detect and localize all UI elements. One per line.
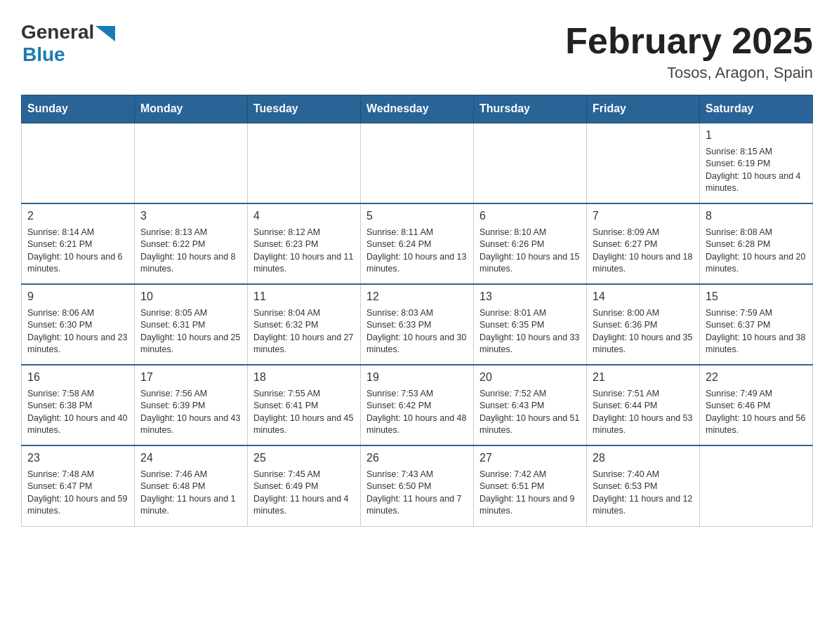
table-row: 25Sunrise: 7:45 AM Sunset: 6:49 PM Dayli… (248, 445, 361, 526)
day-number: 13 (479, 289, 581, 304)
day-number: 7 (593, 208, 694, 224)
table-row: 22Sunrise: 7:49 AM Sunset: 6:46 PM Dayli… (700, 365, 813, 445)
day-info: Sunrise: 8:05 AM Sunset: 6:31 PM Dayligh… (140, 307, 241, 356)
table-row: 6Sunrise: 8:10 AM Sunset: 6:26 PM Daylig… (474, 203, 587, 284)
day-number: 10 (140, 289, 241, 304)
table-row: 3Sunrise: 8:13 AM Sunset: 6:22 PM Daylig… (135, 203, 248, 284)
table-row (474, 123, 587, 203)
day-info: Sunrise: 8:12 AM Sunset: 6:23 PM Dayligh… (253, 227, 355, 276)
table-row: 2Sunrise: 8:14 AM Sunset: 6:21 PM Daylig… (22, 203, 135, 284)
table-row: 18Sunrise: 7:55 AM Sunset: 6:41 PM Dayli… (248, 365, 361, 445)
day-number: 11 (253, 289, 355, 304)
table-row: 17Sunrise: 7:56 AM Sunset: 6:39 PM Dayli… (135, 365, 248, 445)
day-number: 1 (706, 128, 807, 143)
table-row (22, 123, 135, 203)
day-info: Sunrise: 8:01 AM Sunset: 6:35 PM Dayligh… (479, 307, 581, 356)
table-row: 4Sunrise: 8:12 AM Sunset: 6:23 PM Daylig… (248, 203, 361, 284)
table-row: 16Sunrise: 7:58 AM Sunset: 6:38 PM Dayli… (22, 365, 135, 445)
day-info: Sunrise: 7:56 AM Sunset: 6:39 PM Dayligh… (140, 388, 241, 437)
day-number: 3 (140, 208, 241, 224)
day-info: Sunrise: 8:15 AM Sunset: 6:19 PM Dayligh… (706, 146, 807, 195)
day-info: Sunrise: 8:13 AM Sunset: 6:22 PM Dayligh… (140, 227, 241, 276)
table-row: 19Sunrise: 7:53 AM Sunset: 6:42 PM Dayli… (361, 365, 474, 445)
day-number: 6 (479, 208, 581, 224)
day-number: 4 (253, 208, 355, 224)
day-number: 12 (366, 289, 468, 304)
table-row: 21Sunrise: 7:51 AM Sunset: 6:44 PM Dayli… (587, 365, 700, 445)
table-row: 24Sunrise: 7:46 AM Sunset: 6:48 PM Dayli… (135, 445, 248, 526)
header-saturday: Saturday (700, 95, 813, 123)
day-info: Sunrise: 8:09 AM Sunset: 6:27 PM Dayligh… (593, 227, 694, 276)
day-number: 27 (479, 450, 581, 466)
day-number: 18 (253, 370, 355, 385)
logo-general-text: General (21, 21, 94, 43)
day-number: 25 (253, 450, 355, 466)
header-friday: Friday (587, 95, 700, 123)
table-row: 10Sunrise: 8:05 AM Sunset: 6:31 PM Dayli… (135, 284, 248, 365)
day-info: Sunrise: 8:10 AM Sunset: 6:26 PM Dayligh… (479, 227, 581, 276)
day-info: Sunrise: 8:14 AM Sunset: 6:21 PM Dayligh… (27, 227, 128, 276)
day-info: Sunrise: 8:03 AM Sunset: 6:33 PM Dayligh… (366, 307, 468, 356)
table-row (587, 123, 700, 203)
day-number: 28 (593, 450, 694, 466)
table-row: 9Sunrise: 8:06 AM Sunset: 6:30 PM Daylig… (22, 284, 135, 365)
table-row: 27Sunrise: 7:42 AM Sunset: 6:51 PM Dayli… (474, 445, 587, 526)
table-row: 14Sunrise: 8:00 AM Sunset: 6:36 PM Dayli… (587, 284, 700, 365)
logo-blue-text: Blue (22, 43, 65, 65)
table-row (135, 123, 248, 203)
day-info: Sunrise: 7:52 AM Sunset: 6:43 PM Dayligh… (479, 388, 581, 437)
day-info: Sunrise: 7:48 AM Sunset: 6:47 PM Dayligh… (27, 469, 128, 518)
table-row (248, 123, 361, 203)
table-row: 15Sunrise: 7:59 AM Sunset: 6:37 PM Dayli… (700, 284, 813, 365)
table-row: 11Sunrise: 8:04 AM Sunset: 6:32 PM Dayli… (248, 284, 361, 365)
day-number: 17 (140, 370, 241, 385)
day-info: Sunrise: 8:00 AM Sunset: 6:36 PM Dayligh… (593, 307, 694, 356)
calendar-week-row: 1Sunrise: 8:15 AM Sunset: 6:19 PM Daylig… (22, 123, 813, 203)
calendar-week-row: 2Sunrise: 8:14 AM Sunset: 6:21 PM Daylig… (22, 203, 813, 284)
table-row: 26Sunrise: 7:43 AM Sunset: 6:50 PM Dayli… (361, 445, 474, 526)
weekday-header-row: Sunday Monday Tuesday Wednesday Thursday… (22, 95, 813, 123)
day-info: Sunrise: 7:46 AM Sunset: 6:48 PM Dayligh… (140, 469, 241, 518)
day-info: Sunrise: 7:49 AM Sunset: 6:46 PM Dayligh… (706, 388, 807, 437)
header-monday: Monday (135, 95, 248, 123)
day-number: 24 (140, 450, 241, 466)
day-info: Sunrise: 7:59 AM Sunset: 6:37 PM Dayligh… (706, 307, 807, 356)
calendar-table: Sunday Monday Tuesday Wednesday Thursday… (21, 95, 813, 527)
header-tuesday: Tuesday (248, 95, 361, 123)
logo: General Blue (21, 21, 115, 66)
svg-marker-0 (95, 26, 115, 41)
day-number: 16 (27, 370, 128, 385)
day-info: Sunrise: 7:43 AM Sunset: 6:50 PM Dayligh… (366, 469, 468, 518)
page-header: General Blue February 2025 Tosos, Aragon… (21, 21, 813, 82)
day-info: Sunrise: 7:58 AM Sunset: 6:38 PM Dayligh… (27, 388, 128, 437)
day-number: 22 (706, 370, 807, 385)
logo-arrow-icon (95, 26, 115, 41)
table-row (700, 445, 813, 526)
day-number: 9 (27, 289, 128, 304)
day-number: 14 (593, 289, 694, 304)
calendar-week-row: 9Sunrise: 8:06 AM Sunset: 6:30 PM Daylig… (22, 284, 813, 365)
day-number: 15 (706, 289, 807, 304)
day-info: Sunrise: 7:45 AM Sunset: 6:49 PM Dayligh… (253, 469, 355, 518)
day-info: Sunrise: 7:53 AM Sunset: 6:42 PM Dayligh… (366, 388, 468, 437)
table-row: 20Sunrise: 7:52 AM Sunset: 6:43 PM Dayli… (474, 365, 587, 445)
day-number: 26 (366, 450, 468, 466)
calendar-subtitle: Tosos, Aragon, Spain (565, 64, 813, 82)
header-sunday: Sunday (22, 95, 135, 123)
day-info: Sunrise: 7:42 AM Sunset: 6:51 PM Dayligh… (479, 469, 581, 518)
calendar-title-section: February 2025 Tosos, Aragon, Spain (565, 21, 813, 82)
day-info: Sunrise: 8:06 AM Sunset: 6:30 PM Dayligh… (27, 307, 128, 356)
calendar-week-row: 23Sunrise: 7:48 AM Sunset: 6:47 PM Dayli… (22, 445, 813, 526)
day-number: 8 (706, 208, 807, 224)
day-info: Sunrise: 7:40 AM Sunset: 6:53 PM Dayligh… (593, 469, 694, 518)
table-row: 12Sunrise: 8:03 AM Sunset: 6:33 PM Dayli… (361, 284, 474, 365)
table-row: 1Sunrise: 8:15 AM Sunset: 6:19 PM Daylig… (700, 123, 813, 203)
day-number: 23 (27, 450, 128, 466)
calendar-week-row: 16Sunrise: 7:58 AM Sunset: 6:38 PM Dayli… (22, 365, 813, 445)
table-row: 5Sunrise: 8:11 AM Sunset: 6:24 PM Daylig… (361, 203, 474, 284)
header-thursday: Thursday (474, 95, 587, 123)
table-row (361, 123, 474, 203)
table-row: 13Sunrise: 8:01 AM Sunset: 6:35 PM Dayli… (474, 284, 587, 365)
table-row: 28Sunrise: 7:40 AM Sunset: 6:53 PM Dayli… (587, 445, 700, 526)
day-number: 21 (593, 370, 694, 385)
